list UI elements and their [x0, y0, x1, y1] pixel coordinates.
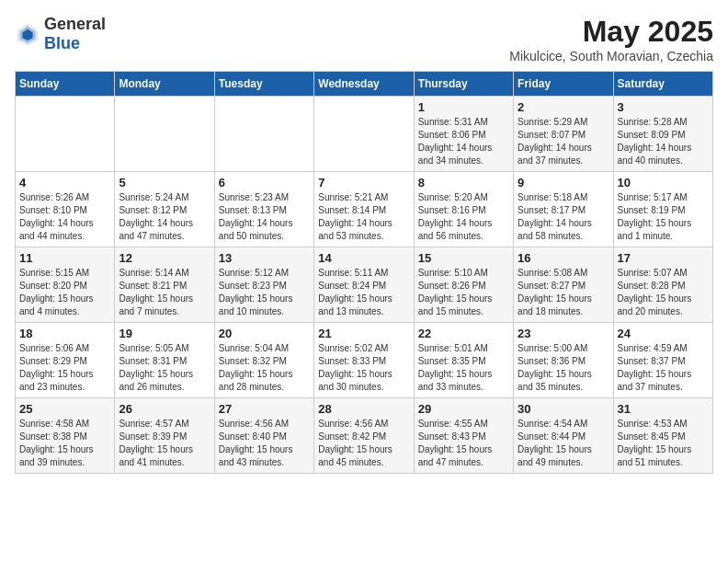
- calendar-cell-3-3: 21Sunrise: 5:02 AM Sunset: 8:33 PM Dayli…: [314, 323, 414, 398]
- day-number: 15: [418, 251, 509, 265]
- col-tuesday: Tuesday: [214, 72, 313, 97]
- calendar-table: Sunday Monday Tuesday Wednesday Thursday…: [15, 71, 713, 474]
- day-number: 24: [618, 327, 709, 340]
- day-info: Sunrise: 4:53 AM Sunset: 8:45 PM Dayligh…: [618, 418, 709, 469]
- day-info: Sunrise: 5:20 AM Sunset: 8:16 PM Dayligh…: [418, 191, 509, 243]
- day-info: Sunrise: 4:56 AM Sunset: 8:42 PM Dayligh…: [318, 418, 409, 469]
- day-info: Sunrise: 4:54 AM Sunset: 8:44 PM Dayligh…: [518, 418, 609, 469]
- week-row-3: 11Sunrise: 5:15 AM Sunset: 8:20 PM Dayli…: [16, 247, 713, 323]
- day-number: 2: [518, 100, 609, 114]
- day-info: Sunrise: 5:05 AM Sunset: 8:31 PM Dayligh…: [119, 342, 210, 394]
- calendar-cell-0-1: [115, 97, 214, 172]
- day-number: 30: [518, 402, 609, 416]
- calendar-cell-2-6: 17Sunrise: 5:07 AM Sunset: 8:28 PM Dayli…: [613, 247, 712, 323]
- day-info: Sunrise: 5:06 AM Sunset: 8:29 PM Dayligh…: [19, 342, 110, 394]
- weekday-row: Sunday Monday Tuesday Wednesday Thursday…: [16, 72, 713, 97]
- day-number: 17: [618, 251, 709, 265]
- calendar-cell-2-5: 16Sunrise: 5:08 AM Sunset: 8:27 PM Dayli…: [514, 247, 613, 323]
- logo-icon: [15, 21, 40, 47]
- page-header: General Blue May 2025 Mikulcice, South M…: [15, 15, 713, 63]
- day-number: 27: [219, 402, 310, 416]
- calendar-cell-0-0: [16, 97, 115, 172]
- day-number: 28: [318, 402, 409, 416]
- day-info: Sunrise: 5:00 AM Sunset: 8:36 PM Dayligh…: [518, 342, 609, 394]
- col-monday: Monday: [115, 72, 214, 97]
- day-number: 4: [19, 176, 110, 190]
- calendar-cell-0-2: [214, 97, 313, 172]
- day-number: 29: [418, 402, 509, 416]
- logo-general: General: [44, 15, 106, 33]
- day-info: Sunrise: 5:10 AM Sunset: 8:26 PM Dayligh…: [418, 267, 509, 318]
- day-info: Sunrise: 5:14 AM Sunset: 8:21 PM Dayligh…: [119, 267, 210, 318]
- day-number: 31: [618, 402, 709, 416]
- day-number: 7: [318, 176, 409, 190]
- calendar-cell-4-6: 31Sunrise: 4:53 AM Sunset: 8:45 PM Dayli…: [613, 398, 712, 474]
- day-info: Sunrise: 4:58 AM Sunset: 8:38 PM Dayligh…: [19, 418, 110, 469]
- col-friday: Friday: [514, 72, 613, 97]
- col-thursday: Thursday: [414, 72, 513, 97]
- calendar-cell-0-6: 3Sunrise: 5:28 AM Sunset: 8:09 PM Daylig…: [613, 97, 712, 172]
- calendar-cell-3-0: 18Sunrise: 5:06 AM Sunset: 8:29 PM Dayli…: [16, 323, 115, 398]
- location-subtitle: Mikulcice, South Moravian, Czechia: [509, 49, 713, 63]
- calendar-cell-2-3: 14Sunrise: 5:11 AM Sunset: 8:24 PM Dayli…: [314, 247, 414, 323]
- calendar-cell-1-4: 8Sunrise: 5:20 AM Sunset: 8:16 PM Daylig…: [414, 172, 513, 247]
- month-title: May 2025: [509, 15, 713, 49]
- week-row-2: 4Sunrise: 5:26 AM Sunset: 8:10 PM Daylig…: [16, 172, 713, 247]
- calendar-cell-0-3: [314, 97, 414, 172]
- day-info: Sunrise: 5:07 AM Sunset: 8:28 PM Dayligh…: [618, 267, 709, 318]
- calendar-cell-0-4: 1Sunrise: 5:31 AM Sunset: 8:06 PM Daylig…: [414, 97, 513, 172]
- day-info: Sunrise: 5:23 AM Sunset: 8:13 PM Dayligh…: [219, 191, 310, 243]
- col-wednesday: Wednesday: [314, 72, 414, 97]
- calendar-cell-4-2: 27Sunrise: 4:56 AM Sunset: 8:40 PM Dayli…: [214, 398, 313, 474]
- day-info: Sunrise: 5:15 AM Sunset: 8:20 PM Dayligh…: [19, 267, 110, 318]
- calendar-cell-1-0: 4Sunrise: 5:26 AM Sunset: 8:10 PM Daylig…: [16, 172, 115, 247]
- logo-blue: Blue: [44, 34, 80, 52]
- calendar-cell-4-0: 25Sunrise: 4:58 AM Sunset: 8:38 PM Dayli…: [16, 398, 115, 474]
- day-info: Sunrise: 5:01 AM Sunset: 8:35 PM Dayligh…: [418, 342, 509, 394]
- day-number: 21: [318, 327, 409, 340]
- day-number: 14: [318, 251, 409, 265]
- calendar-cell-0-5: 2Sunrise: 5:29 AM Sunset: 8:07 PM Daylig…: [514, 97, 613, 172]
- col-saturday: Saturday: [613, 72, 712, 97]
- calendar-cell-3-5: 23Sunrise: 5:00 AM Sunset: 8:36 PM Dayli…: [514, 323, 613, 398]
- calendar-cell-3-6: 24Sunrise: 4:59 AM Sunset: 8:37 PM Dayli…: [613, 323, 712, 398]
- calendar-cell-1-6: 10Sunrise: 5:17 AM Sunset: 8:19 PM Dayli…: [613, 172, 712, 247]
- day-number: 20: [219, 327, 310, 340]
- day-number: 9: [518, 176, 609, 190]
- calendar-cell-3-4: 22Sunrise: 5:01 AM Sunset: 8:35 PM Dayli…: [414, 323, 513, 398]
- week-row-5: 25Sunrise: 4:58 AM Sunset: 8:38 PM Dayli…: [16, 398, 713, 474]
- title-block: May 2025 Mikulcice, South Moravian, Czec…: [509, 15, 713, 63]
- day-info: Sunrise: 5:29 AM Sunset: 8:07 PM Dayligh…: [518, 116, 609, 167]
- week-row-4: 18Sunrise: 5:06 AM Sunset: 8:29 PM Dayli…: [16, 323, 713, 398]
- day-number: 5: [119, 176, 210, 190]
- logo-text: General Blue: [44, 15, 106, 53]
- calendar-cell-2-0: 11Sunrise: 5:15 AM Sunset: 8:20 PM Dayli…: [16, 247, 115, 323]
- day-info: Sunrise: 5:18 AM Sunset: 8:17 PM Dayligh…: [518, 191, 609, 243]
- col-sunday: Sunday: [16, 72, 115, 97]
- calendar-cell-4-3: 28Sunrise: 4:56 AM Sunset: 8:42 PM Dayli…: [314, 398, 414, 474]
- day-info: Sunrise: 5:21 AM Sunset: 8:14 PM Dayligh…: [318, 191, 409, 243]
- day-info: Sunrise: 5:12 AM Sunset: 8:23 PM Dayligh…: [219, 267, 310, 318]
- day-info: Sunrise: 5:26 AM Sunset: 8:10 PM Dayligh…: [19, 191, 110, 243]
- day-number: 11: [19, 251, 110, 265]
- calendar-body: 1Sunrise: 5:31 AM Sunset: 8:06 PM Daylig…: [16, 97, 713, 474]
- day-info: Sunrise: 5:24 AM Sunset: 8:12 PM Dayligh…: [119, 191, 210, 243]
- calendar-cell-1-5: 9Sunrise: 5:18 AM Sunset: 8:17 PM Daylig…: [514, 172, 613, 247]
- day-number: 8: [418, 176, 509, 190]
- calendar-cell-2-1: 12Sunrise: 5:14 AM Sunset: 8:21 PM Dayli…: [115, 247, 214, 323]
- calendar-cell-3-2: 20Sunrise: 5:04 AM Sunset: 8:32 PM Dayli…: [214, 323, 313, 398]
- day-number: 26: [119, 402, 210, 416]
- day-info: Sunrise: 5:11 AM Sunset: 8:24 PM Dayligh…: [318, 267, 409, 318]
- calendar-cell-4-5: 30Sunrise: 4:54 AM Sunset: 8:44 PM Dayli…: [514, 398, 613, 474]
- calendar-cell-2-2: 13Sunrise: 5:12 AM Sunset: 8:23 PM Dayli…: [214, 247, 313, 323]
- calendar-cell-4-4: 29Sunrise: 4:55 AM Sunset: 8:43 PM Dayli…: [414, 398, 513, 474]
- calendar-cell-4-1: 26Sunrise: 4:57 AM Sunset: 8:39 PM Dayli…: [115, 398, 214, 474]
- day-number: 13: [219, 251, 310, 265]
- calendar-cell-1-3: 7Sunrise: 5:21 AM Sunset: 8:14 PM Daylig…: [314, 172, 414, 247]
- day-number: 22: [418, 327, 509, 340]
- day-number: 25: [19, 402, 110, 416]
- day-info: Sunrise: 4:55 AM Sunset: 8:43 PM Dayligh…: [418, 418, 509, 469]
- day-info: Sunrise: 4:56 AM Sunset: 8:40 PM Dayligh…: [219, 418, 310, 469]
- day-number: 6: [219, 176, 310, 190]
- day-info: Sunrise: 5:17 AM Sunset: 8:19 PM Dayligh…: [618, 191, 709, 243]
